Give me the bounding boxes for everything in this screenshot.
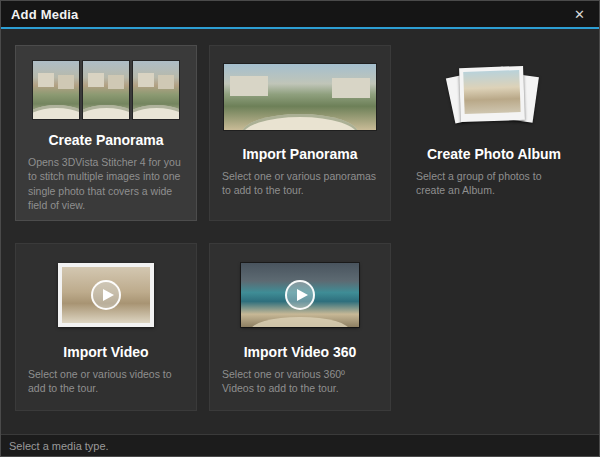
photo-card [459, 66, 525, 122]
import-video-thumbnail [58, 258, 154, 332]
play-icon [91, 280, 121, 310]
tile-title: Import Panorama [242, 146, 357, 162]
tile-import-video-360[interactable]: Import Video 360 Select one or various 3… [209, 243, 391, 411]
panorama-photo-icon [224, 64, 376, 130]
triple-photos-icon [31, 61, 181, 119]
tile-description: Select a group of photos to create an Al… [412, 169, 576, 197]
status-text: Select a media type. [9, 440, 109, 452]
add-media-dialog: Add Media ✕ Create Panorama Opens 3DVist… [0, 0, 600, 457]
tile-description: Opens 3DVista Stitcher 4 for you to stit… [24, 155, 188, 212]
photo-stack-icon [444, 60, 544, 134]
tile-title: Create Panorama [48, 132, 163, 148]
titlebar: Add Media ✕ [1, 1, 599, 27]
photo-icon [83, 61, 129, 119]
play-icon [285, 280, 315, 310]
import-panorama-thumbnail [224, 60, 376, 134]
tile-title: Create Photo Album [427, 146, 561, 162]
photo-icon [133, 61, 179, 119]
close-icon[interactable]: ✕ [570, 6, 589, 23]
tile-import-panorama[interactable]: Import Panorama Select one or various pa… [209, 45, 391, 221]
import-video-360-thumbnail [241, 258, 359, 332]
tile-title: Import Video [63, 344, 148, 360]
tile-description: Select one or various videos to add to t… [24, 367, 188, 395]
media-type-grid: Create Panorama Opens 3DVista Stitcher 4… [1, 29, 599, 434]
create-photo-album-thumbnail [444, 60, 544, 134]
empty-grid-cell [403, 243, 585, 411]
photo-image [463, 70, 520, 114]
status-bar: Select a media type. [1, 434, 599, 456]
video-360-photo-icon [241, 263, 359, 327]
video-photo-icon [58, 263, 154, 327]
tile-import-video[interactable]: Import Video Select one or various video… [15, 243, 197, 411]
photo-icon [33, 61, 79, 119]
tile-description: Select one or various panoramas to add t… [218, 169, 382, 197]
dialog-title: Add Media [11, 7, 79, 22]
tile-create-photo-album[interactable]: Create Photo Album Select a group of pho… [403, 45, 585, 221]
tile-description: Select one or various 360º Videos to add… [218, 367, 382, 395]
tile-title: Import Video 360 [244, 344, 357, 360]
tile-create-panorama[interactable]: Create Panorama Opens 3DVista Stitcher 4… [15, 45, 197, 221]
create-panorama-thumbnail [31, 60, 181, 120]
